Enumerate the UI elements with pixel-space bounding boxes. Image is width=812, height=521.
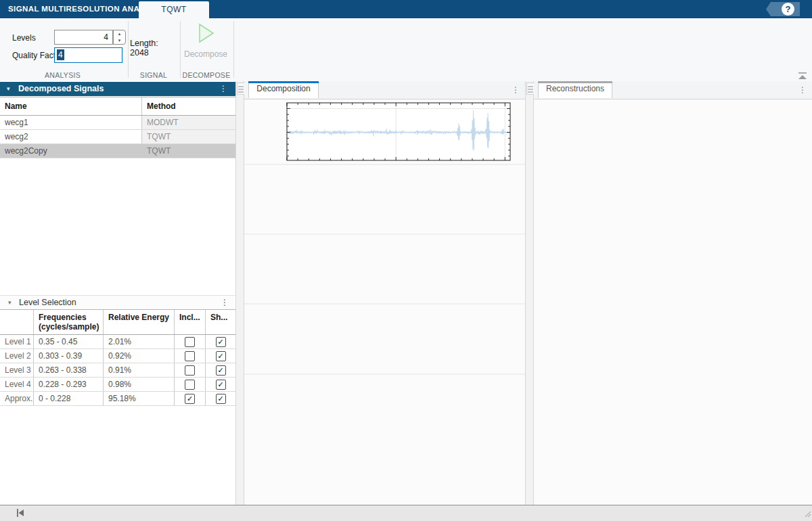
toolstrip-collapse-button[interactable] [797,71,808,80]
frequencies-cell: 0.228 - 0.293 [34,378,104,391]
include-checkbox[interactable]: ✓ [175,392,206,405]
spinner-up-icon[interactable]: ▲ [114,30,125,37]
signal-name-cell[interactable]: wecg2 [0,130,142,143]
table-row[interactable]: Level 10.35 - 0.452.01%✓ [0,335,235,349]
frequencies-cell: 0 - 0.228 [34,392,104,405]
decompose-button-label: Decompose [181,49,230,59]
overflow-menu-icon[interactable]: ⋮ [512,81,520,99]
question-icon[interactable]: ? [782,3,794,16]
decomposition-chart [244,99,525,505]
collapse-section-icon[interactable]: ▾ [7,82,10,96]
frequencies-cell: 0.303 - 0.39 [34,349,104,363]
decomposition-panel: Decomposition ⋮ [244,81,525,505]
table-row[interactable]: wecg2TQWT [0,130,235,144]
signals-table: NameMethodwecg1MODWTwecg2TQWTwecg2CopyTQ… [0,97,235,158]
relative-energy-cell: 2.01% [104,335,175,348]
show-checkbox[interactable]: ✓ [206,392,235,405]
table-row[interactable]: Approx.0 - 0.22895.18%✓✓ [0,392,235,406]
level-selection-header[interactable]: ▾ Level Selection ⋮ [0,295,235,309]
app-tabbar: SIGNAL MULTIRESOLUTION ANALYZER TQWT ? [0,0,812,18]
checkbox-icon[interactable]: ✓ [216,380,226,390]
include-checkbox[interactable] [175,363,206,377]
signal-name-cell[interactable]: wecg1 [0,116,142,129]
column-header-relative-energy: Relative Energy [104,310,175,334]
toolstrip: Levels 4 ▲ ▼ Quality Factor 4 ANALYSIS L… [0,18,812,81]
include-checkbox[interactable] [175,378,206,391]
overflow-menu-icon[interactable]: ⋮ [221,296,229,309]
show-checkbox[interactable]: ✓ [206,378,235,391]
show-checkbox[interactable]: ✓ [206,363,235,377]
table-row[interactable]: Level 30.263 - 0.3380.91%✓ [0,363,235,378]
main-area: ▾ Decomposed Signals ⋮ NameMethodwecg1MO… [0,81,812,505]
collapse-left-icon[interactable] [15,508,26,520]
signal-length-label: Length: 2048 [130,39,179,58]
levels-spinner[interactable]: ▲ ▼ [113,30,126,45]
column-header-include: Incl... [175,310,206,334]
section-analysis-label: ANALYSIS [20,71,105,79]
levels-label: Levels [12,33,36,43]
level-label-cell: Level 4 [0,378,34,391]
section-decompose-label: DECOMPOSE [180,71,233,79]
panel-splitter[interactable] [235,81,244,505]
column-header-name: Name [0,97,142,115]
checkbox-icon[interactable] [185,365,195,376]
signal-method-cell: TQWT [142,144,235,158]
selected-text: 4 [57,49,64,60]
levels-input[interactable]: 4 [54,30,113,45]
resize-grip-icon[interactable] [803,508,811,520]
reconstructions-chart [534,99,812,505]
panel-splitter[interactable] [525,81,534,505]
reconstructions-tabstrip: Reconstructions ⋮ [534,81,812,99]
level-label-cell: Level 3 [0,363,34,377]
frequencies-cell: 0.263 - 0.338 [34,363,104,377]
show-checkbox[interactable]: ✓ [206,349,235,363]
checkbox-icon[interactable] [185,337,195,347]
checkbox-icon[interactable]: ✓ [216,394,226,404]
column-header-blank [0,310,34,334]
level-label-cell: Level 2 [0,349,34,363]
level-label-cell: Level 1 [0,335,34,348]
reconstructions-panel: Reconstructions ⋮ [534,81,812,505]
checkbox-icon[interactable] [185,351,195,361]
tab-tqwt[interactable]: TQWT [139,1,209,18]
table-row[interactable]: wecg1MODWT [0,116,235,130]
include-checkbox[interactable] [175,335,206,348]
column-header-method: Method [142,97,235,115]
checkbox-icon[interactable]: ✓ [216,337,226,347]
tab-reconstructions[interactable]: Reconstructions [538,81,612,98]
checkbox-icon[interactable]: ✓ [216,365,226,376]
relative-energy-cell: 0.92% [104,349,175,363]
play-icon [196,22,216,44]
quality-factor-input[interactable]: 4 [54,47,122,63]
table-header-row: NameMethod [0,97,235,116]
signal-multiresolution-analyzer-app: SIGNAL MULTIRESOLUTION ANALYZER TQWT ? L… [0,0,812,521]
signal-name-cell[interactable]: wecg2Copy [0,144,142,158]
decompose-button[interactable]: Decompose [181,22,230,72]
collapse-up-icon [797,72,808,81]
overflow-menu-icon[interactable]: ⋮ [798,81,807,99]
checkbox-icon[interactable]: ✓ [216,351,226,361]
decomposition-tabstrip: Decomposition ⋮ [244,81,525,99]
checkbox-icon[interactable]: ✓ [185,394,195,404]
status-bar [0,505,812,521]
column-header-show: Sh... [206,310,235,334]
signal-method-cell: TQWT [142,130,235,143]
table-row[interactable]: Level 20.303 - 0.390.92%✓ [0,349,235,363]
checkbox-icon[interactable] [185,380,195,390]
table-row[interactable]: Level 40.228 - 0.2930.98%✓ [0,378,235,392]
tab-decomposition[interactable]: Decomposition [248,81,319,98]
relative-energy-cell: 95.18% [104,392,175,405]
table-header-row: Frequencies (cycles/sample)Relative Ener… [0,309,235,335]
overflow-menu-icon[interactable]: ⋮ [219,82,227,96]
spinner-down-icon[interactable]: ▼ [114,37,125,44]
level-label-cell: Approx. [0,392,34,405]
panel-title: Decomposed Signals [18,82,104,96]
include-checkbox[interactable] [175,349,206,363]
relative-energy-cell: 0.91% [104,363,175,377]
decomposed-signals-header[interactable]: ▾ Decomposed Signals ⋮ [0,82,235,96]
panel-title: Level Selection [19,296,76,309]
table-row[interactable]: wecg2CopyTQWT [0,144,235,158]
collapse-section-icon[interactable]: ▾ [8,296,12,309]
decomposed-signals-panel: ▾ Decomposed Signals ⋮ NameMethodwecg1MO… [0,81,235,505]
show-checkbox[interactable]: ✓ [206,335,235,348]
